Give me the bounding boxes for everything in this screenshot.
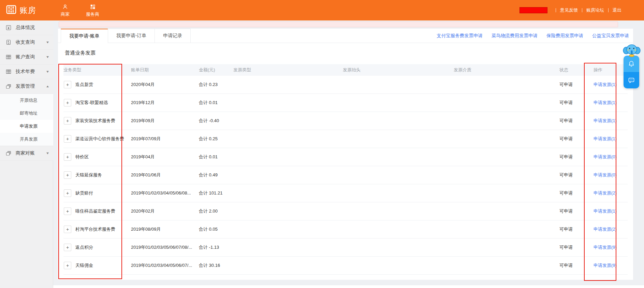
column-header-4: 发票抬头 — [343, 67, 454, 73]
cell-amount: 合计 0.01 — [199, 100, 233, 106]
expand-row-button[interactable]: + — [64, 189, 71, 197]
status-badge: 可申请 — [559, 208, 583, 214]
expand-row-button[interactable]: + — [64, 153, 71, 161]
cell-amount: 合计 0.23 — [199, 82, 233, 88]
cell-action: 申请发票(1) — [583, 82, 628, 88]
cell-business-type: +家装安装技术服务费 — [63, 117, 131, 125]
notice-banner — [59, 21, 618, 27]
sidebar-item-1[interactable]: 收支查询▼ — [0, 35, 53, 50]
cell-action: 申请发票(1) — [583, 100, 628, 106]
expand-row-button[interactable]: + — [64, 171, 71, 179]
expand-row-button[interactable]: + — [64, 99, 71, 106]
apply-invoice-link[interactable]: 申请发票(9) — [594, 245, 617, 250]
quick-links: 支付宝服务费发票申请菜鸟物流费用发票申请保险费用发票申请公益宝贝发票申请 — [437, 29, 633, 43]
sidebar-item-4[interactable]: 发票管理▲ — [0, 79, 53, 94]
table-row-6: +缺货赔付2019年01/02/03/04/05/06/08...合计 101.… — [63, 184, 628, 202]
footer-strip — [53, 285, 644, 288]
apply-invoice-link[interactable]: 申请发票(9) — [594, 263, 617, 268]
apply-invoice-link[interactable]: 申请发票(0) — [594, 172, 617, 177]
expand-row-button[interactable]: + — [64, 244, 71, 251]
cell-amount: 合计 2.00 — [199, 208, 233, 214]
sidebar-item-label: 技术年费 — [16, 69, 35, 75]
apply-invoice-link[interactable]: 申请发票(2) — [594, 190, 617, 196]
business-type-text: 天猫佣金 — [75, 262, 93, 269]
chat-button[interactable] — [624, 72, 639, 88]
abacus-icon — [5, 69, 12, 74]
app-title: 账房 — [20, 5, 36, 16]
apply-invoice-link[interactable]: 申请发票(1) — [594, 100, 617, 105]
header-nav-label: 服务商 — [86, 11, 99, 17]
header-link-1[interactable]: 账房论坛 — [586, 7, 604, 13]
apply-invoice-link[interactable]: 申请发票(1) — [594, 136, 617, 141]
expand-row-button[interactable]: + — [64, 262, 71, 269]
tab-bar: 我要申请-账单我要申请-订单申请记录 支付宝服务费发票申请菜鸟物流费用发票申请保… — [58, 29, 633, 43]
stack-icon — [5, 84, 12, 89]
expand-row-button[interactable]: + — [64, 135, 71, 143]
sidebar-item-3[interactable]: 技术年费▼ — [0, 64, 53, 79]
tab-0[interactable]: 我要申请-账单 — [61, 29, 108, 43]
quick-link-3[interactable]: 公益宝贝发票申请 — [592, 33, 629, 39]
table-row-8: +村淘平台技术服务费2019年08/09月合计 0.05可申请申请发票(2) — [63, 220, 628, 239]
status-badge: 可申请 — [559, 244, 583, 250]
quick-link-2[interactable]: 保险费用发票申请 — [546, 33, 583, 39]
business-type-text: 渠道运营中心软件服务费 — [75, 136, 124, 142]
apply-invoice-link[interactable]: 申请发票(1) — [594, 208, 617, 214]
apply-invoice-link[interactable]: 申请发票(1) — [594, 82, 617, 87]
abacus-logo-icon — [6, 4, 16, 16]
table-row-5: +天猫延保服务2019年01/06月合计 0.49可申请申请发票(0) — [63, 166, 628, 184]
quick-link-0[interactable]: 支付宝服务费发票申请 — [437, 33, 483, 39]
expand-row-button[interactable]: + — [64, 207, 71, 215]
chat-icon — [628, 76, 635, 84]
sidebar-subitem-4-3[interactable]: 开具发票 — [0, 133, 53, 146]
cell-amount: 合计 -0.40 — [199, 118, 233, 124]
sidebar-subitem-4-1[interactable]: 邮寄地址 — [0, 107, 53, 120]
expand-row-button[interactable]: + — [64, 81, 71, 88]
cell-action: 申请发票(9) — [583, 262, 628, 269]
status-badge: 可申请 — [559, 100, 583, 106]
header-link-2[interactable]: 退出 — [613, 7, 621, 13]
cell-business-type: +特价区 — [63, 153, 131, 161]
section-title: 普通业务发票 — [58, 43, 633, 56]
table-row-0: +造点新货2020年04月合计 0.23可申请申请发票(1) — [63, 76, 628, 94]
header-nav-item-0[interactable]: 商家 — [61, 3, 70, 17]
column-header-7: 操作 — [583, 67, 628, 73]
chevron-down-icon: ▼ — [46, 55, 50, 59]
sidebar-item-2[interactable]: 账户查询▼ — [0, 50, 53, 64]
cell-amount: 合计 30.16 — [199, 262, 233, 269]
sidebar-item-label: 收支查询 — [16, 39, 35, 45]
expand-row-button[interactable]: + — [64, 117, 71, 125]
header-link-0[interactable]: 意见反馈 — [560, 7, 578, 13]
sidebar-item-label: 商家对账 — [16, 150, 35, 156]
content-panel: 我要申请-账单我要申请-订单申请记录 支付宝服务费发票申请菜鸟物流费用发票申请保… — [58, 29, 633, 280]
sidebar-subitem-4-2[interactable]: 申请发票 — [0, 120, 53, 133]
column-header-3: 发票类型 — [233, 67, 343, 73]
column-header-2: 金额(元) — [199, 67, 233, 73]
business-type-text: 家装安装技术服务费 — [75, 118, 115, 124]
expand-row-button[interactable]: + — [64, 226, 71, 233]
table-row-1: +淘宝客-联盟精选2019年12月合计 0.01可申请申请发票(1) — [63, 94, 628, 112]
bell-button[interactable] — [624, 56, 639, 72]
header-nav-label: 商家 — [61, 11, 70, 17]
floating-widget — [624, 56, 639, 88]
tab-2[interactable]: 申请记录 — [155, 29, 191, 43]
yen-icon — [5, 25, 12, 30]
cell-bill-date: 2019年07/09月 — [131, 136, 199, 142]
status-badge: 可申请 — [559, 118, 583, 124]
cell-bill-date: 2020年04月 — [131, 82, 199, 88]
sidebar-item-5[interactable]: 商家对账▼ — [0, 146, 53, 161]
sidebar-subitem-4-0[interactable]: 开票信息 — [0, 94, 53, 107]
grid-icon — [90, 3, 96, 10]
cell-action: 申请发票(9) — [583, 244, 628, 250]
quick-link-1[interactable]: 菜鸟物流费用发票申请 — [492, 33, 538, 39]
cell-bill-date: 2019年08/09月 — [131, 226, 199, 232]
apply-invoice-link[interactable]: 申请发票(0) — [594, 154, 617, 159]
apply-invoice-link[interactable]: 申请发票(1) — [594, 118, 617, 123]
apply-invoice-link[interactable]: 申请发票(2) — [594, 227, 617, 232]
header-link-separator — [608, 8, 609, 12]
sidebar-item-0[interactable]: 总体情况 — [0, 20, 53, 35]
header-nav-item-1[interactable]: 服务商 — [86, 3, 99, 17]
tab-1[interactable]: 我要申请-订单 — [108, 29, 155, 43]
cell-bill-date: 2019年01/02/03/04/05/06/08... — [131, 190, 199, 196]
status-badge: 可申请 — [559, 190, 583, 196]
cell-amount: 合计 -1.13 — [199, 244, 233, 250]
